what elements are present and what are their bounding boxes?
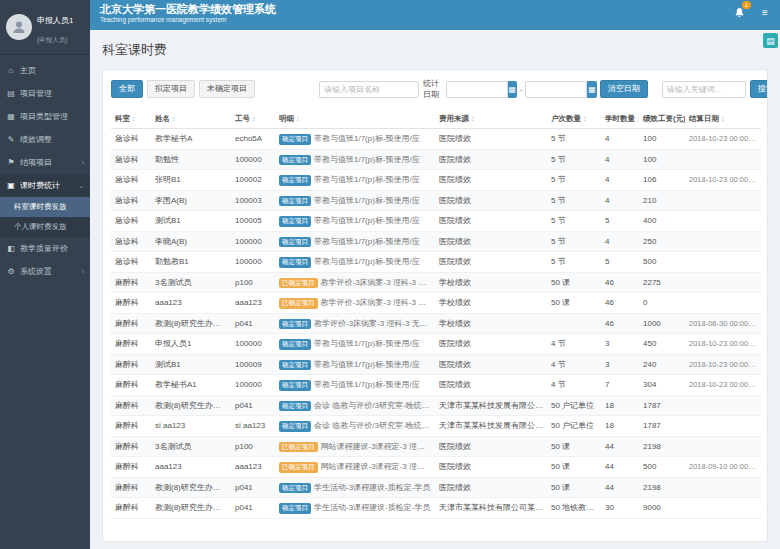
detail-status-badge[interactable]: 确定项目 bbox=[279, 380, 311, 391]
detail-status-badge[interactable]: 确定项目 bbox=[279, 339, 311, 350]
user-icon bbox=[11, 19, 27, 35]
search-button[interactable]: 搜索 bbox=[750, 80, 768, 98]
sidebar-item-performance-adjust[interactable]: ✎ 绩效调整 bbox=[0, 128, 90, 151]
detail-status-badge[interactable]: 确定项目 bbox=[279, 237, 311, 248]
menu-toggle-icon[interactable]: ≡ bbox=[758, 5, 772, 19]
table-row: 麻醉科3名测试员p100已确定项目网站课程建设-3课程定-3 理科-3 学员医院… bbox=[111, 436, 761, 457]
cell-fee-source: 天津市某某科技有限公司某某项目 bbox=[435, 498, 547, 519]
user-role: (申报人员) bbox=[37, 36, 67, 43]
cell-hours: 4 bbox=[601, 129, 639, 150]
quick-panel-button[interactable]: ▤ bbox=[763, 33, 778, 48]
sort-icon[interactable]: ↕ bbox=[471, 115, 475, 122]
table-body: 急诊科教学秘书Aecho5A确定项目带教与值班1/7(p)标-预使用/应医院绩效… bbox=[111, 129, 761, 519]
sort-icon[interactable]: ↕ bbox=[252, 115, 256, 122]
filter-all-button[interactable]: 全部 bbox=[111, 80, 143, 98]
sidebar-item-home[interactable]: ⌂ 主页 bbox=[0, 59, 90, 82]
column-header[interactable]: 姓名↕ bbox=[151, 110, 231, 129]
sidebar-item-closed-projects[interactable]: ⚑ 结项项目 › bbox=[0, 151, 90, 174]
sort-icon[interactable]: ↕ bbox=[132, 115, 136, 122]
cell-name: 教学秘书A1 bbox=[151, 375, 231, 396]
sort-icon[interactable]: ↕ bbox=[721, 115, 725, 122]
cell-detail: 确定项目会诊 临教与评价/3研究室-晚统-指导 bbox=[275, 395, 435, 416]
sidebar-menu: ⌂ 主页 ▤ 项目管理 ▦ 项目类型管理 ✎ 绩效调整 ⚑ 结项项目 › ▣ 课… bbox=[0, 59, 90, 283]
table-row: 麻醉科aaa123aaa123已确定项目教学评价-3床病案-3 理科-3 无脊椎… bbox=[111, 293, 761, 314]
sort-icon[interactable]: ↕ bbox=[172, 115, 176, 122]
cell-detail: 已确定项目网站课程建设-3课程定-3 理科-3 学员 bbox=[275, 457, 435, 478]
cell-name: 教测(8)研究生办公室A bbox=[151, 498, 231, 519]
detail-status-badge[interactable]: 确定项目 bbox=[279, 360, 311, 371]
cell-hours: 5 bbox=[601, 252, 639, 273]
detail-status-badge[interactable]: 确定项目 bbox=[279, 421, 311, 432]
sidebar-item-project-type[interactable]: ▦ 项目类型管理 bbox=[0, 105, 90, 128]
sidebar-item-label: 系统设置 bbox=[20, 266, 52, 277]
project-name-input[interactable] bbox=[319, 81, 419, 98]
filter-unconfirmed-button[interactable]: 未确定项目 bbox=[199, 80, 255, 98]
submenu-item-dept-classfee[interactable]: 科室课时费发放 bbox=[0, 197, 90, 217]
detail-status-badge[interactable]: 确定项目 bbox=[279, 216, 311, 227]
detail-status-badge[interactable]: 确定项目 bbox=[279, 175, 311, 186]
cell-unit-quantity: 5 节 bbox=[547, 149, 601, 170]
keyword-input[interactable] bbox=[662, 81, 746, 98]
calendar-icon[interactable]: ▦ bbox=[587, 81, 596, 98]
column-header[interactable]: 费用来源↕ bbox=[435, 110, 547, 129]
sidebar-item-classfee-stats[interactable]: ▣ 课时费统计 ⌄ bbox=[0, 174, 90, 197]
sort-icon[interactable]: ↕ bbox=[637, 115, 639, 122]
cell-department: 麻醉科 bbox=[111, 293, 151, 314]
cell-department: 麻醉科 bbox=[111, 354, 151, 375]
detail-text: 带教与值班1/7(p)标-预使用/应 bbox=[314, 216, 420, 225]
date-from-input[interactable] bbox=[446, 81, 508, 98]
column-header[interactable]: 科室↕ bbox=[111, 110, 151, 129]
sidebar-item-teaching-quality[interactable]: ◧ 教学质量评价 bbox=[0, 237, 90, 260]
cell-employee-id: 100000 bbox=[231, 252, 275, 273]
cell-fee-source: 天津市某某科技发展有限公司某某项目 bbox=[435, 416, 547, 437]
cell-fee-source: 医院绩效 bbox=[435, 231, 547, 252]
cell-employee-id: p041 bbox=[231, 498, 275, 519]
notification-badge: 1 bbox=[742, 1, 751, 9]
cell-detail: 确定项目教学评价-3床病案-3 理科-3 无脊椎人 bbox=[275, 313, 435, 334]
filter-draft-button[interactable]: 拟定项目 bbox=[147, 80, 195, 98]
detail-status-badge[interactable]: 已确定项目 bbox=[279, 462, 318, 473]
table-row: 麻醉科si aa123si aa123确定项目会诊 临教与评价/3研究室-晚统-… bbox=[111, 416, 761, 437]
detail-status-badge[interactable]: 确定项目 bbox=[279, 155, 311, 166]
column-header[interactable]: 户次数量↕ bbox=[547, 110, 601, 129]
cell-performance-pay: 9000 bbox=[639, 498, 685, 519]
column-header[interactable]: 工号↕ bbox=[231, 110, 275, 129]
cell-performance-pay: 500 bbox=[639, 252, 685, 273]
detail-status-badge[interactable]: 已确定项目 bbox=[279, 298, 318, 309]
detail-status-badge[interactable]: 确定项目 bbox=[279, 134, 311, 145]
column-header[interactable]: 结算日期↕ bbox=[685, 110, 761, 129]
cell-unit-quantity: 5 节 bbox=[547, 231, 601, 252]
cell-performance-pay: 1787 bbox=[639, 416, 685, 437]
cell-fee-source: 医院绩效 bbox=[435, 334, 547, 355]
cell-performance-pay: 210 bbox=[639, 190, 685, 211]
cell-hours: 44 bbox=[601, 477, 639, 498]
chart-icon: ◧ bbox=[6, 244, 16, 253]
notifications-bell-icon[interactable]: 1 bbox=[732, 5, 746, 19]
date-to-input[interactable] bbox=[525, 81, 587, 98]
detail-text: 教学评价-3床病案-3 理科-3 无脊椎人 bbox=[314, 319, 435, 328]
cell-fee-source: 医院绩效 bbox=[435, 170, 547, 191]
cell-detail: 确定项目带教与值班1/7(p)标-预使用/应 bbox=[275, 252, 435, 273]
submenu-item-personal-classfee[interactable]: 个人课时费发放 bbox=[0, 217, 90, 237]
detail-status-badge[interactable]: 确定项目 bbox=[279, 503, 311, 514]
cell-fee-source: 医院绩效 bbox=[435, 190, 547, 211]
sort-icon[interactable]: ↕ bbox=[583, 115, 587, 122]
calendar-icon[interactable]: ▦ bbox=[508, 81, 517, 98]
sidebar-item-project-management[interactable]: ▤ 项目管理 bbox=[0, 82, 90, 105]
sort-icon[interactable]: ↕ bbox=[296, 115, 300, 122]
detail-status-badge[interactable]: 确定项目 bbox=[279, 196, 311, 207]
column-header[interactable]: 明细↕ bbox=[275, 110, 435, 129]
sidebar-item-system-settings[interactable]: ⚙ 系统设置 › bbox=[0, 260, 90, 283]
clear-date-button[interactable]: 清空日期 bbox=[600, 80, 648, 98]
detail-status-badge[interactable]: 确定项目 bbox=[279, 319, 311, 330]
table-row: 麻醉科教测(8)研究生办公室Ap041确定项目学生活动-3课程建设-质检定-学员… bbox=[111, 498, 761, 519]
column-header[interactable]: 绩效工资(元)↕ bbox=[639, 110, 685, 129]
detail-text: 带教与值班1/7(p)标-预使用/应 bbox=[314, 360, 420, 369]
column-header[interactable]: 学时数量↕ bbox=[601, 110, 639, 129]
cell-performance-pay: 240 bbox=[639, 354, 685, 375]
detail-status-badge[interactable]: 已确定项目 bbox=[279, 278, 318, 289]
detail-status-badge[interactable]: 确定项目 bbox=[279, 483, 311, 494]
detail-status-badge[interactable]: 确定项目 bbox=[279, 401, 311, 412]
detail-status-badge[interactable]: 已确定项目 bbox=[279, 442, 318, 453]
detail-status-badge[interactable]: 确定项目 bbox=[279, 257, 311, 268]
